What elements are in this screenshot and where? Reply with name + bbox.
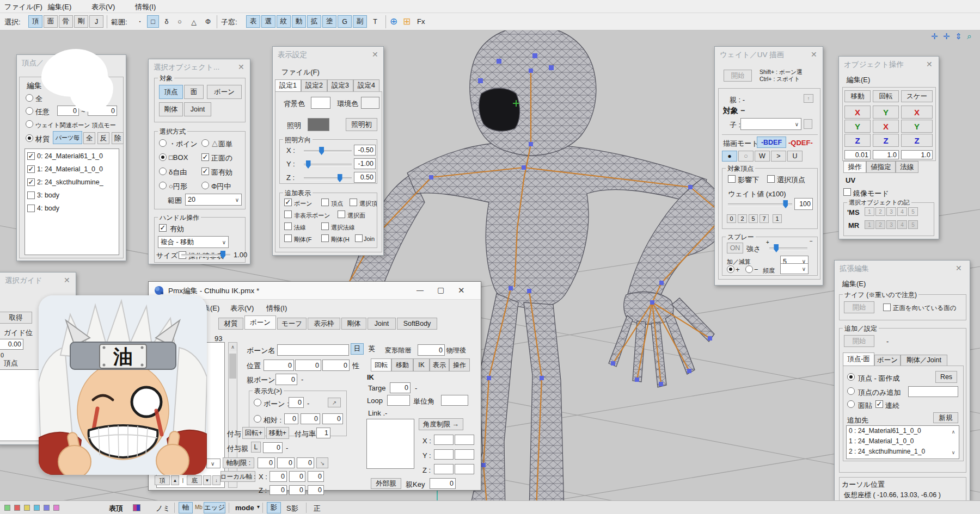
light-y-thumb[interactable]: [306, 160, 311, 169]
rotate-x-button[interactable]: X: [873, 120, 899, 133]
pmx-menu-info[interactable]: 情報(I): [266, 304, 287, 313]
preset-1-button[interactable]: 1: [773, 214, 782, 223]
material-item[interactable]: 3: body: [37, 191, 59, 199]
angle-limit-button[interactable]: 角度制限 →: [419, 418, 463, 430]
range-point-button[interactable]: ・: [135, 16, 145, 27]
ptab-rotate[interactable]: 回転: [371, 358, 391, 371]
minimize-icon[interactable]: —: [416, 286, 424, 294]
rotate-y-button[interactable]: Y: [873, 106, 899, 119]
menu-view[interactable]: 表示(V): [91, 2, 115, 12]
light-x-value[interactable]: -0.50: [354, 145, 376, 156]
get-button[interactable]: 取得: [0, 312, 32, 324]
radio-weight-bone[interactable]: [26, 120, 33, 128]
range-tri-button[interactable]: △: [188, 16, 199, 27]
spray-on-button[interactable]: ON: [727, 243, 743, 253]
show-selvertex-checkbox[interactable]: [350, 199, 357, 206]
subwin-sub-button[interactable]: 副: [353, 15, 367, 28]
axis-y-field[interactable]: 0: [277, 457, 295, 468]
tab-bone[interactable]: ボーン: [244, 315, 276, 330]
bg-color-swatch[interactable]: [311, 97, 330, 109]
radio-face-unit[interactable]: [201, 139, 209, 147]
show-joint-checkbox[interactable]: [355, 234, 363, 242]
pan-icon[interactable]: ✛: [931, 32, 938, 41]
target-rigid-button[interactable]: 剛体: [159, 102, 183, 116]
bdef-mode-chip[interactable]: -BDEF: [757, 137, 786, 148]
pos-y-field[interactable]: 0: [295, 360, 321, 371]
menu-edit[interactable]: 編集(E): [48, 2, 71, 12]
ms-4-button[interactable]: 4: [897, 207, 907, 216]
radio-point[interactable]: [159, 139, 167, 147]
mb-label[interactable]: Mb: [195, 504, 203, 510]
nav-top-button[interactable]: 頂: [155, 475, 170, 485]
radio-circle-center[interactable]: [201, 182, 209, 189]
per-part-button[interactable]: パーツ毎: [53, 131, 82, 144]
close-icon[interactable]: ✕: [238, 63, 244, 71]
parent-key-field[interactable]: 0: [430, 478, 456, 489]
move-z-button[interactable]: Z: [844, 134, 871, 147]
nav-last-button[interactable]: ↓: [212, 475, 220, 485]
target-face-button[interactable]: 面: [184, 85, 204, 99]
range-circle-button[interactable]: ○: [174, 16, 185, 27]
subwin-t-button[interactable]: T: [368, 15, 382, 28]
front-checkbox[interactable]: ✓: [201, 153, 209, 161]
move-step-field[interactable]: 0.01: [844, 150, 871, 159]
preset-5-button[interactable]: 5: [749, 214, 758, 223]
remove-button[interactable]: 除: [112, 132, 124, 144]
ptab-move[interactable]: 移動: [391, 358, 413, 371]
preset-0-button[interactable]: 0: [727, 214, 736, 223]
dest-item[interactable]: 1 : 24_Material_1_0_0: [849, 437, 914, 445]
weight-slider[interactable]: [728, 203, 792, 206]
light-color-swatch[interactable]: [308, 118, 329, 131]
nav-down-button[interactable]: ▼: [203, 475, 211, 485]
scale-x-button[interactable]: X: [901, 106, 933, 119]
sel-bone-button[interactable]: 骨: [59, 15, 73, 28]
target-bone-button[interactable]: ボーン: [207, 85, 242, 99]
close-icon[interactable]: ✕: [811, 50, 817, 59]
show-selnormal-checkbox[interactable]: [321, 222, 329, 230]
freq-combo[interactable]: ∨: [780, 263, 808, 274]
tab-operate[interactable]: 操作: [843, 161, 866, 173]
brush-dot-button[interactable]: ●: [722, 151, 737, 162]
material-item[interactable]: 0: 24_Material61_1_0: [37, 152, 103, 160]
tab-morph[interactable]: モーフ: [277, 318, 307, 330]
vertex-only-radio[interactable]: [847, 387, 855, 395]
sub-radio[interactable]: [745, 265, 753, 273]
brush-w-button[interactable]: W: [755, 151, 770, 162]
limit-y-min-field[interactable]: [434, 449, 454, 460]
brush-u-button[interactable]: U: [787, 151, 803, 162]
axis-toggle-button[interactable]: 軸: [179, 502, 193, 513]
brush-circle-button[interactable]: ○: [738, 151, 754, 162]
mr-5-button[interactable]: 5: [908, 220, 918, 229]
subwin-view-button[interactable]: 表: [246, 15, 260, 28]
grant-parent-field[interactable]: 0: [263, 442, 283, 453]
axis-x-field[interactable]: 0: [258, 457, 275, 468]
ptab-ik[interactable]: IK: [413, 358, 430, 371]
local-z3-field[interactable]: 0: [308, 485, 324, 495]
limit-z-min-field[interactable]: [434, 464, 454, 474]
preset-2-button[interactable]: 2: [738, 214, 747, 223]
list-scroll-down[interactable]: ∨: [949, 449, 958, 456]
ms-3-button[interactable]: 3: [886, 207, 896, 216]
light-x-thumb[interactable]: [319, 147, 324, 155]
light-x-slider[interactable]: [304, 150, 352, 153]
tab-settings2[interactable]: 設定2: [301, 79, 327, 92]
nav-up-button[interactable]: ▲: [171, 475, 179, 485]
sel-vertex-button[interactable]: 頂: [28, 15, 42, 28]
show-bone-checkbox[interactable]: ✓: [284, 199, 292, 206]
self-shadow-label[interactable]: S影: [286, 504, 298, 513]
edit-menu[interactable]: 編集(E): [847, 75, 870, 85]
show-selface-checkbox[interactable]: [338, 210, 345, 218]
target-joint-button[interactable]: Joint: [184, 102, 211, 116]
edge-toggle-button[interactable]: エッジ: [204, 502, 225, 513]
tab-settings3[interactable]: 設定3: [327, 79, 353, 92]
color-swatch[interactable]: [14, 505, 20, 511]
scale-y-button[interactable]: Y: [901, 120, 933, 133]
local-x2-field[interactable]: 0: [289, 471, 305, 482]
tab-rigid[interactable]: 剛体: [341, 318, 366, 330]
edit-menu[interactable]: 編集(E): [842, 279, 866, 289]
move-y-button[interactable]: Y: [844, 120, 871, 133]
radio-any[interactable]: [26, 107, 33, 115]
material-checkbox[interactable]: [27, 205, 35, 212]
preset-7-button[interactable]: 7: [759, 214, 769, 223]
color-swatch[interactable]: [53, 505, 59, 511]
